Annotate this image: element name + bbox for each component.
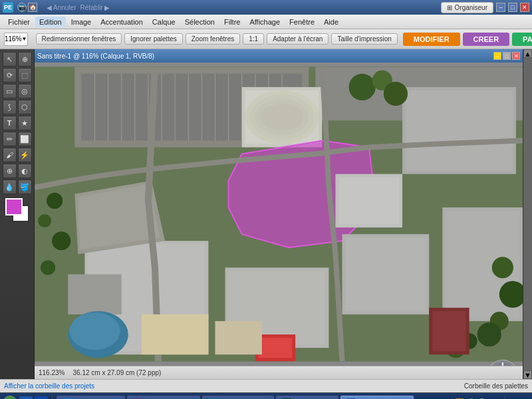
redo-button[interactable]: Rétablir ▶: [80, 4, 109, 11]
maximize-button[interactable]: □: [508, 3, 517, 12]
fit-screen-button[interactable]: Adapter à l'écran: [267, 33, 329, 45]
taskbar-googleearth[interactable]: 🌍 Google Earth: [276, 396, 338, 400]
dodge-tool[interactable]: ◐: [18, 164, 32, 178]
camera-icon: 📷: [17, 3, 27, 12]
taskbar-facilier[interactable]: 🎭 Dr Facilier's Vo...: [127, 396, 200, 400]
undo-button[interactable]: ◀ Annuler: [47, 4, 76, 11]
canvas-maximize[interactable]: □: [503, 52, 511, 60]
undo-redo-group: ◀ Annuler Rétablir ▶: [47, 4, 110, 11]
brush-tool[interactable]: 🖌: [3, 148, 17, 162]
foreground-color-swatch[interactable]: [5, 198, 23, 215]
menu-edition[interactable]: Edition: [35, 17, 66, 27]
crop-tool[interactable]: ⬚: [18, 68, 32, 82]
svg-rect-60: [142, 315, 209, 354]
clone-tool[interactable]: ⚡: [18, 148, 32, 162]
rotate-tool[interactable]: ⟳: [3, 68, 17, 82]
menu-affichage[interactable]: Affichage: [245, 17, 284, 27]
tool-row-2: ⟳ ⬚: [3, 68, 32, 82]
svg-rect-61: [215, 321, 261, 354]
organizer-button[interactable]: ⊞ Organiseur: [441, 2, 493, 13]
pencil-tool[interactable]: ✏: [3, 132, 17, 146]
tool-row-7: 🖌 ⚡: [3, 148, 32, 162]
title-bar-right: ⊞ Organiseur – □ ✕: [441, 2, 529, 13]
toolbar: 116% ▼ Redimensionner fenêtres Ignorer p…: [0, 29, 532, 49]
canvas-close[interactable]: ✕: [512, 52, 520, 60]
menu-selection[interactable]: Sélection: [181, 17, 219, 27]
menu-aide[interactable]: Aide: [320, 17, 342, 27]
zoom-tool[interactable]: ⊕: [18, 52, 32, 66]
image-area[interactable]: 0 500m: [35, 63, 523, 366]
svg-rect-42: [338, 178, 398, 224]
tool-row-5: T ★: [3, 116, 32, 130]
app-icon: PE: [3, 2, 13, 13]
taskbar: ⊞ 🌐 📁 🪟 3 Windows Li... 🎭 Dr Facilier's …: [0, 392, 532, 399]
svg-point-53: [41, 260, 55, 275]
svg-rect-38: [346, 237, 426, 311]
zoom-windows-button[interactable]: Zoom fenêtres: [186, 33, 240, 45]
ignore-palettes-button[interactable]: Ignorer palettes: [124, 33, 183, 45]
taskbar-separator: [52, 396, 53, 400]
svg-point-52: [52, 231, 70, 250]
tool-row-3: ▭ ◎: [3, 84, 32, 98]
magic-wand-tool[interactable]: ⬡: [18, 100, 32, 114]
right-scroll-panel: ▲ ▼: [523, 49, 532, 379]
menu-image[interactable]: Image: [67, 17, 96, 27]
svg-point-23: [349, 74, 376, 100]
scroll-up[interactable]: ▲: [523, 49, 532, 58]
move-tool[interactable]: ↖: [3, 52, 17, 66]
canvas-title-bar: Sans titre-1 @ 116% (Calque 1, RVB/8) – …: [35, 49, 523, 63]
menu-fichier[interactable]: Fichier: [4, 17, 34, 27]
lasso-tool[interactable]: ⟆: [3, 100, 17, 114]
taskbar-editor[interactable]: 🖼 Editeur - Photo...: [340, 396, 414, 400]
quick-launch-ie[interactable]: 🌐: [19, 396, 33, 400]
canvas-minimize[interactable]: –: [493, 52, 501, 60]
start-button[interactable]: ⊞: [3, 396, 17, 400]
tool-row-1: ↖ ⊕: [3, 52, 32, 66]
shape-tool[interactable]: ★: [18, 116, 32, 130]
minimize-button[interactable]: –: [496, 3, 505, 12]
zoom-display: 116% ▼: [4, 33, 28, 46]
print-size-button[interactable]: Taille d'impression: [331, 33, 397, 45]
toolbox: ↖ ⊕ ⟳ ⬚ ▭ ◎ ⟆ ⬡ T ★ ✏ ⬜ 🖌 ⚡ ⊕ ◐: [0, 49, 35, 379]
quick-launch-folder[interactable]: 📁: [35, 396, 48, 400]
modifier-button[interactable]: MODIFIER: [403, 33, 460, 46]
taskbar-windows[interactable]: 🪟 3 Windows Li...: [57, 396, 125, 400]
color-swatches[interactable]: [3, 198, 32, 222]
svg-point-25: [384, 82, 408, 106]
menu-accentuation[interactable]: Accentuation: [96, 17, 147, 27]
menu-fenetre[interactable]: Fenêtre: [285, 17, 319, 27]
svg-rect-22: [406, 90, 513, 171]
canvas-container: Sans titre-1 @ 116% (Calque 1, RVB/8) – …: [35, 49, 523, 379]
resize-windows-button[interactable]: Redimensionner fenêtres: [36, 33, 122, 45]
corbeille-bar: Afficher la corbeille des projets Corbei…: [0, 379, 532, 392]
menu-calque[interactable]: Calque: [148, 17, 180, 27]
tool-row-6: ✏ ⬜: [3, 132, 32, 146]
eraser-tool[interactable]: ⬜: [18, 132, 32, 146]
svg-rect-66: [432, 311, 466, 351]
canvas-status-bar: 116.23% 36.12 cm x 27.09 cm (72 ppp): [35, 366, 523, 379]
fill-tool[interactable]: 🪣: [18, 180, 32, 194]
creer-button[interactable]: CREER: [463, 33, 510, 46]
select-ellipse-tool[interactable]: ◎: [18, 84, 32, 98]
close-button[interactable]: ✕: [520, 3, 529, 12]
afficher-corbeille-link[interactable]: Afficher la corbeille des projets: [4, 382, 94, 390]
tool-row-9: 💧 🪣: [3, 180, 32, 194]
canvas-title: Sans titre-1 @ 116% (Calque 1, RVB/8): [37, 53, 154, 60]
taskbar-chatbox[interactable]: 💬 ChatBox - Win...: [202, 396, 274, 400]
heal-tool[interactable]: ⊕: [3, 164, 17, 178]
workspace: ↖ ⊕ ⟳ ⬚ ▭ ◎ ⟆ ⬡ T ★ ✏ ⬜ 🖌 ⚡ ⊕ ◐: [0, 49, 532, 379]
menu-filtre[interactable]: Filtre: [220, 17, 244, 27]
tray-separator: [505, 396, 505, 400]
svg-rect-49: [259, 338, 292, 358]
canvas-window-buttons: – □ ✕: [493, 52, 520, 60]
zoom-1-1-button[interactable]: 1:1: [243, 33, 264, 45]
svg-point-31: [261, 104, 303, 130]
partager-button[interactable]: PARTAGER: [512, 33, 532, 46]
blur-tool[interactable]: 💧: [3, 180, 17, 194]
aerial-map: 0 500m: [35, 63, 523, 366]
text-tool[interactable]: T: [3, 116, 17, 130]
tool-row-4: ⟆ ⬡: [3, 100, 32, 114]
scroll-down[interactable]: ▼: [523, 370, 532, 379]
title-bar: PE 📷 🏠 ◀ Annuler Rétablir ▶ ⊞ Organiseur…: [0, 0, 532, 15]
select-rect-tool[interactable]: ▭: [3, 84, 17, 98]
